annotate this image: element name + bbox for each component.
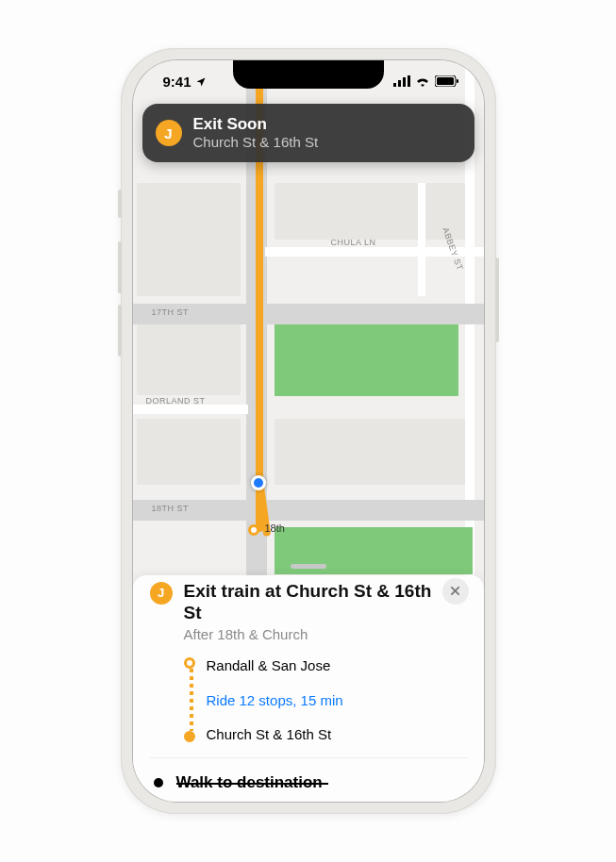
walk-node-icon xyxy=(154,778,163,787)
close-icon xyxy=(450,586,460,596)
time-text: 9:41 xyxy=(163,74,191,90)
notch xyxy=(233,60,384,89)
sheet-subtitle: After 18th & Church xyxy=(184,626,439,642)
current-location-dot xyxy=(251,475,266,490)
street-label-dorland: DORLAND ST xyxy=(146,396,206,406)
location-icon xyxy=(195,76,207,88)
exit-soon-banner[interactable]: J Exit Soon Church St & 16th St xyxy=(142,104,474,162)
origin-stop: Randall & San Jose xyxy=(207,657,343,673)
power-button xyxy=(495,257,499,342)
sheet-title: Exit train at Church St & 16th St xyxy=(184,580,439,625)
street-label-17th: 17TH ST xyxy=(152,307,190,317)
destination-stop: Church St & 16th St xyxy=(207,726,343,742)
sheet-grabber[interactable] xyxy=(291,564,326,569)
device-frame: 9:41 xyxy=(121,48,496,814)
close-button[interactable] xyxy=(442,578,469,605)
line-badge: J xyxy=(156,120,182,146)
silent-switch xyxy=(118,190,122,218)
walk-step[interactable]: Walk to destination xyxy=(150,757,467,802)
svg-rect-6 xyxy=(457,79,458,83)
status-time: 9:41 xyxy=(163,74,207,90)
stops-list: Randall & San Jose Ride 12 stops, 15 min… xyxy=(184,657,467,742)
street-label-chula: CHULA LN xyxy=(331,238,376,247)
station-label: 18th xyxy=(265,522,285,534)
street-label-18th: 18TH ST xyxy=(152,504,190,513)
screen: 9:41 xyxy=(132,59,485,803)
origin-node-icon xyxy=(184,657,195,669)
battery-icon xyxy=(435,75,459,87)
banner-subtitle: Church St & 16th St xyxy=(193,134,319,151)
svg-rect-2 xyxy=(403,77,406,87)
wifi-icon xyxy=(415,75,430,87)
svg-rect-3 xyxy=(408,75,410,87)
sheet-line-badge: J xyxy=(150,582,173,605)
volume-up xyxy=(118,241,122,293)
directions-sheet[interactable]: J Exit train at Church St & 16th St Afte… xyxy=(133,575,484,803)
sheet-line-letter: J xyxy=(158,586,164,600)
walk-label: Walk to destination xyxy=(176,773,323,792)
svg-rect-1 xyxy=(398,80,401,87)
svg-rect-5 xyxy=(437,77,454,85)
svg-rect-0 xyxy=(393,83,396,87)
line-letter: J xyxy=(164,125,172,141)
cellular-icon xyxy=(393,75,410,87)
banner-title: Exit Soon xyxy=(193,115,319,134)
station-marker xyxy=(248,524,259,536)
destination-node-icon xyxy=(184,731,195,742)
stops-connector-icon xyxy=(190,669,193,731)
ride-summary[interactable]: Ride 12 stops, 15 min xyxy=(207,692,343,708)
volume-down xyxy=(118,305,122,356)
